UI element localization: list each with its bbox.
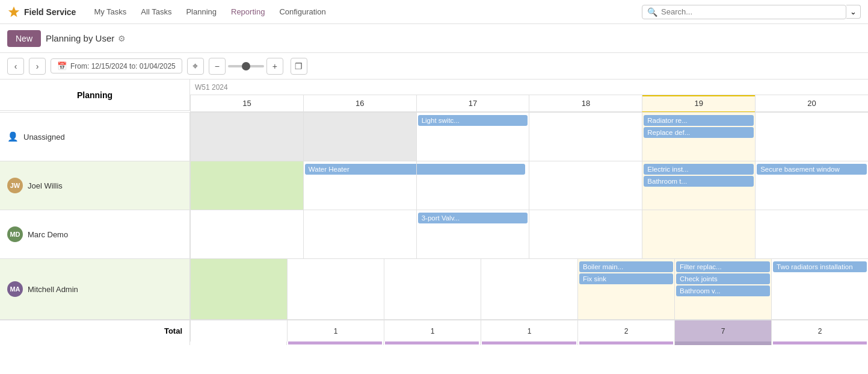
task-replace-def[interactable]: Replace def... [644,127,754,138]
prev-button[interactable]: ‹ [7,58,24,75]
task-secure-basement[interactable]: Secure basement window [757,164,867,175]
mitchell-day-20[interactable]: Two radiators installation [771,259,868,319]
marc-day-16[interactable] [303,210,416,258]
nav-reporting[interactable]: Reporting [225,5,271,19]
task-radiator[interactable]: Radiator re... [644,115,754,126]
search-dropdown-button[interactable]: ⌄ [846,5,861,19]
total-days: 1 1 1 2 7 2 [190,320,868,341]
joel-day-20[interactable]: Secure basement window [755,161,868,210]
marc-days: 3-port Valv... [190,210,868,258]
task-bathroom-t[interactable]: Bathroom t... [644,176,754,187]
svg-marker-0 [8,6,19,16]
search-container: 🔍 [642,5,846,19]
task-check-joints[interactable]: Check joints [676,273,770,284]
day-header-15: 15 [190,95,303,112]
joel-day-15[interactable] [190,161,303,210]
mitchell-days: Boiler main... Fix sink Filter replac...… [190,259,868,319]
total-row: Total 1 1 1 2 7 2 [0,320,868,341]
total-day-20: 2 [771,320,868,341]
settings-icon[interactable]: ⚙ [118,34,126,43]
unassigned-day-20[interactable] [755,113,868,161]
next-button[interactable]: › [29,58,46,75]
unassigned-days: Light switc... Radiator re... Replace de… [190,113,868,161]
joel-name: Joel Willis [28,181,63,190]
search-area: 🔍 ⌄ [642,5,861,19]
unassigned-day-16[interactable] [303,113,416,161]
zoom-slider[interactable] [228,65,264,67]
new-button[interactable]: New [7,30,41,47]
mitchell-avatar: MA [7,281,23,297]
joel-day-19[interactable]: Electric inst... Bathroom t... [642,161,755,210]
page-title-text: Planning by User [46,33,114,43]
bar-19b [674,341,771,345]
mitchell-day-17[interactable] [384,259,481,319]
marc-day-15[interactable] [190,210,303,258]
mitchell-day-15[interactable] [190,259,287,319]
marc-day-19[interactable] [642,210,755,258]
zoom-out-button[interactable]: − [209,58,226,75]
day-header-19: 19 [642,95,755,112]
user-label-mitchell: MA Mitchell Admin [0,259,190,319]
unassigned-day-17[interactable]: Light switc... [416,113,529,161]
planning-column-header: Planning [0,79,190,111]
search-icon: 🔍 [647,7,657,17]
week-label: W51 2024 [195,83,228,92]
brand: Field Service [7,5,76,19]
brand-name: Field Service [24,7,76,17]
total-day-16: 1 [287,320,384,341]
nav-planning[interactable]: Planning [180,5,223,19]
date-range-button[interactable]: 📅 From: 12/15/2024 to: 01/04/2025 [51,58,182,73]
mitchell-day-19b[interactable]: Filter replac... Check joints Bathroom v… [674,259,771,319]
bar-16 [286,341,383,345]
marc-day-18[interactable] [529,210,642,258]
user-label-joel: JW Joel Willis [0,161,190,210]
mitchell-name: Mitchell Admin [28,285,78,294]
unassigned-icon: 👤 [7,131,19,142]
task-boiler-main[interactable]: Boiler main... [579,261,673,272]
toolbar: ‹ › 📅 From: 12/15/2024 to: 01/04/2025 ⌖ … [0,53,868,79]
unassigned-day-15[interactable] [190,113,303,161]
joel-day-16[interactable]: Water Heater [303,161,416,210]
nav-configuration[interactable]: Configuration [273,5,331,19]
user-row-mitchell: MA Mitchell Admin Boiler main... Fix sin… [0,259,868,320]
planning-grid: Planning W51 2024 15 16 17 18 19 20 👤 Un… [0,79,868,374]
grid-week-header: Planning W51 2024 15 16 17 18 19 20 [0,79,868,113]
day-header-16: 16 [303,95,416,112]
task-light-switch[interactable]: Light switc... [418,115,528,126]
marc-day-17[interactable]: 3-port Valv... [416,210,529,258]
marc-day-20[interactable] [755,210,868,258]
unassigned-day-19[interactable]: Radiator re... Replace def... [642,113,755,161]
bar-17 [383,341,480,345]
search-input[interactable] [661,7,841,16]
bottom-progress-bars [0,341,868,345]
nav-all-tasks[interactable]: All Tasks [135,5,177,19]
task-filter-replac[interactable]: Filter replac... [676,261,770,272]
total-label: Total [0,320,190,341]
mitchell-day-19a[interactable]: Boiler main... Fix sink [577,259,674,319]
zoom-in-button[interactable]: + [266,58,283,75]
task-bathroom-v[interactable]: Bathroom v... [676,285,770,296]
task-two-radiators[interactable]: Two radiators installation [773,261,867,272]
task-fix-sink[interactable]: Fix sink [579,273,673,284]
joel-day-17[interactable] [416,161,529,210]
mitchell-day-18[interactable] [481,259,577,319]
fullscreen-button[interactable]: ❐ [291,58,307,75]
bottom-bar-spacer [0,341,190,345]
bar-19 [577,341,674,345]
total-day-19: 2 [577,320,674,341]
brand-logo [7,5,20,19]
joel-day-18[interactable] [529,161,642,210]
mitchell-day-16[interactable] [287,259,384,319]
date-range-text: From: 12/15/2024 to: 01/04/2025 [70,62,176,70]
zoom-controls: − + [209,58,283,75]
zoom-slider-thumb[interactable] [242,62,250,70]
grid-body: 👤 Unassigned Light switc... Radiator re.… [0,113,868,374]
task-electric-inst[interactable]: Electric inst... [644,164,754,175]
center-button[interactable]: ⌖ [187,58,204,75]
task-3port-valve[interactable]: 3-port Valv... [418,213,528,223]
unassigned-day-18[interactable] [529,113,642,161]
top-navigation: Field Service My Tasks All Tasks Plannin… [0,0,868,24]
page-title: Planning by User ⚙ [46,33,126,43]
nav-my-tasks[interactable]: My Tasks [88,5,132,19]
marc-name: Marc Demo [28,230,68,239]
